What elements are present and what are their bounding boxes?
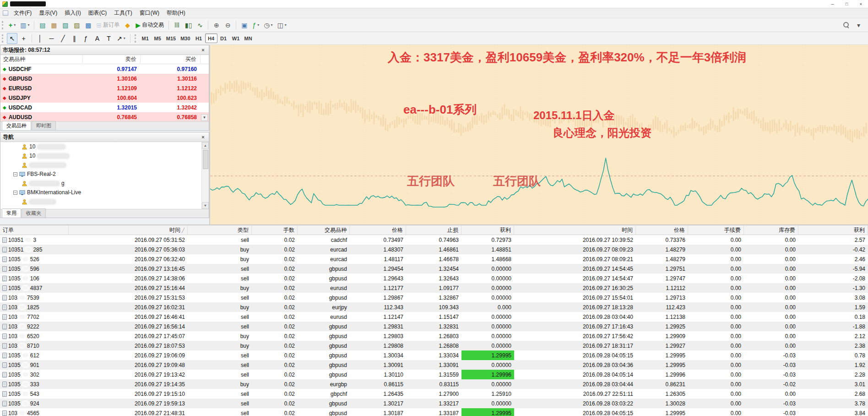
navigator-tab-0[interactable]: 常用 [2, 208, 21, 218]
arrows-button[interactable]: ↗▾ [115, 33, 127, 44]
collapse-toggle[interactable]: − [13, 172, 17, 176]
order-row[interactable]: 10387102016.09.27 18:07:53buy0.02gbpusd1… [0, 341, 868, 350]
trendline-button[interactable]: ╱ [58, 33, 68, 44]
crosshair-button[interactable]: + [18, 33, 29, 44]
terminal-column-header-7[interactable]: 获利 [461, 225, 514, 235]
navigator-tab-1[interactable]: 收藏夹 [22, 208, 46, 218]
order-row[interactable]: 10355432016.09.27 19:15:10sell0.02gbpchf… [0, 389, 868, 399]
order-row[interactable]: 10392222016.09.27 16:56:14sell0.02gbpusd… [0, 322, 868, 331]
order-row[interactable]: 1035132016.09.27 05:31:52sell0.02cadchf0… [0, 235, 868, 245]
vertical-line-button[interactable]: │ [35, 33, 45, 44]
terminal-column-header-4[interactable]: 交易品种 [298, 225, 350, 235]
navigator-item[interactable] [0, 197, 201, 206]
tile-windows-button[interactable]: ▣ [239, 20, 250, 31]
menu-item-view[interactable]: 显示(V) [35, 8, 61, 18]
timeframe-d1[interactable]: D1 [217, 33, 230, 43]
order-row[interactable]: 10318252016.09.27 16:02:31buy0.02eurjpy1… [0, 302, 868, 312]
terminal-column-header-2[interactable]: 类型 [188, 225, 252, 235]
scroll-up-icon[interactable]: ▲ [202, 142, 209, 149]
market-watch-column-header-1[interactable]: 卖价 [83, 55, 141, 63]
market-watch-close-icon[interactable]: × [200, 47, 206, 54]
order-row[interactable]: 103548372016.09.27 15:16:44buy0.02eurusd… [0, 283, 868, 293]
timeframe-m15[interactable]: M15 [164, 33, 178, 43]
menu-item-help[interactable]: 帮助(H) [163, 8, 189, 18]
scroll-down-icon[interactable]: ▼ [202, 202, 209, 209]
indicators-button[interactable]: ƒ▾ [250, 20, 261, 31]
candlestick-mode-button[interactable]: ▮▯ [183, 20, 194, 31]
templates-button[interactable]: ◫▾ [276, 20, 288, 31]
market-watch-tab-1[interactable]: 即时图 [32, 121, 56, 130]
periods-button[interactable]: ◷▾ [262, 20, 274, 31]
terminal-column-header-10[interactable]: 手续费 [688, 225, 744, 235]
menu-item-window[interactable]: 窗口(W) [136, 8, 163, 18]
toolbar-gripper[interactable] [2, 34, 4, 43]
navigator-scrollbar[interactable]: ▲ ▼ [201, 142, 209, 209]
strategy-tester-toggle-button[interactable]: ▩ [83, 20, 93, 31]
new-order-button[interactable]: ⊞新订单 [94, 20, 121, 31]
order-row[interactable]: 10355262016.09.27 06:32:40buy0.02eurcad1… [0, 254, 868, 264]
bar-chart-mode-button[interactable]: ǀǀǀ [172, 20, 182, 31]
order-row[interactable]: 10377022016.09.27 16:46:41sell0.02eurusd… [0, 312, 868, 322]
market-watch-row[interactable]: ◆USDCHF0.971470.97160 [0, 64, 209, 74]
market-watch-title-bar[interactable]: 市场报价: 08:57:12 × [0, 45, 209, 55]
timeframe-m5[interactable]: M5 [152, 33, 164, 43]
timeframe-w1[interactable]: W1 [230, 33, 242, 43]
toolbar-gripper[interactable] [2, 21, 4, 29]
title-bar[interactable]: ─□× [0, 0, 868, 8]
chart-area[interactable]: 入金：3317美金，盈利10659美金，盈利率320%，不足一年3倍利润 ea-… [209, 45, 868, 224]
line-chart-mode-button[interactable]: ∿ [195, 20, 205, 31]
data-window-toggle-button[interactable]: ▦ [49, 20, 59, 31]
maximize-button[interactable]: □ [840, 0, 854, 8]
terminal-column-header-3[interactable]: 手数 [252, 225, 298, 235]
order-row[interactable]: 10359242016.09.27 19:59:13sell0.02gbpusd… [0, 399, 868, 408]
text-button[interactable]: A [92, 33, 103, 44]
toolbar-options-button[interactable]: ▾ [853, 20, 864, 31]
timeframe-m1[interactable]: M1 [139, 33, 152, 43]
navigator-title-bar[interactable]: 导航 × [0, 132, 209, 142]
menu-item-tools[interactable]: 工具(T) [110, 8, 136, 18]
order-row[interactable]: 10365202016.09.27 17:45:07buy0.02gbpusd1… [0, 331, 868, 341]
market-watch-toggle-button[interactable]: ▤ [37, 20, 48, 31]
zoom-out-button[interactable]: ⊖ [222, 20, 233, 31]
navigator-item[interactable]: 10 [0, 151, 201, 160]
navigator-close-icon[interactable]: × [200, 134, 206, 141]
navigator-item[interactable]: −BMKInternational-Live [0, 188, 201, 197]
timeframe-h1[interactable]: H1 [193, 33, 205, 43]
market-watch-row[interactable]: ◆USDCAD1.320151.32042 [0, 103, 209, 112]
new-chart-button[interactable]: +▾ [7, 20, 17, 31]
navigator-item[interactable] [0, 160, 201, 170]
navigator-toggle-button[interactable]: ▧ [60, 20, 71, 31]
order-row[interactable]: 10351062016.09.27 14:38:06sell0.02gbpusd… [0, 274, 868, 283]
menu-item-file[interactable]: 文件(F) [10, 8, 35, 18]
autotrading-button[interactable]: ▶自动交易 [134, 20, 166, 31]
terminal-column-header-6[interactable]: 止损 [406, 225, 461, 235]
scroll-thumb[interactable] [203, 150, 208, 169]
minimize-button[interactable]: ─ [825, 0, 840, 8]
text-label-button[interactable]: T [103, 33, 114, 44]
terminal-column-header-1[interactable]: 时间╱ [69, 225, 188, 235]
order-row[interactable]: 10375392016.09.27 15:31:53sell0.02gbpusd… [0, 293, 868, 302]
horizontal-line-button[interactable]: ─ [46, 33, 57, 44]
terminal-column-header-8[interactable]: 时间 [514, 225, 636, 235]
navigator-item[interactable]: g [0, 179, 201, 188]
order-row[interactable]: 10355962016.09.27 13:16:45sell0.02gbpusd… [0, 264, 868, 274]
market-watch-column-header-2[interactable]: 买价 [141, 55, 201, 63]
cursor-button[interactable]: ↖ [7, 33, 17, 44]
order-row[interactable]: 10345652016.09.27 21:48:31sell0.02gbpusd… [0, 408, 868, 416]
terminal-column-header-12[interactable]: 获利 [798, 225, 868, 235]
terminal-column-header-11[interactable]: 库存费 [744, 225, 798, 235]
order-row[interactable]: 10353332016.09.27 19:14:35buy0.02eurgbp0… [0, 379, 868, 389]
order-row[interactable]: 10353022016.09.27 19:13:42sell0.02gbpusd… [0, 370, 868, 379]
market-watch-column-header-0[interactable]: 交易品种 [0, 55, 83, 63]
terminal-toggle-button[interactable]: ▨ [71, 20, 82, 31]
order-row[interactable]: 10359012016.09.27 19:09:48sell0.02gbpusd… [0, 360, 868, 370]
menu-item-insert[interactable]: 插入(I) [61, 8, 84, 18]
fibonacci-button[interactable]: ƒ [81, 33, 91, 44]
profiles-button[interactable]: ▥▾ [18, 20, 31, 31]
terminal-column-header-5[interactable]: 价格 [350, 225, 406, 235]
order-row[interactable]: 10356122016.09.27 19:06:09sell0.02gbpusd… [0, 350, 868, 360]
order-row[interactable]: 103512852016.09.27 05:36:03buy0.02eurcad… [0, 245, 868, 254]
market-watch-tab-0[interactable]: 交易品种 [2, 121, 31, 130]
timeframe-m30[interactable]: M30 [178, 33, 192, 43]
search-button[interactable] [841, 20, 852, 31]
